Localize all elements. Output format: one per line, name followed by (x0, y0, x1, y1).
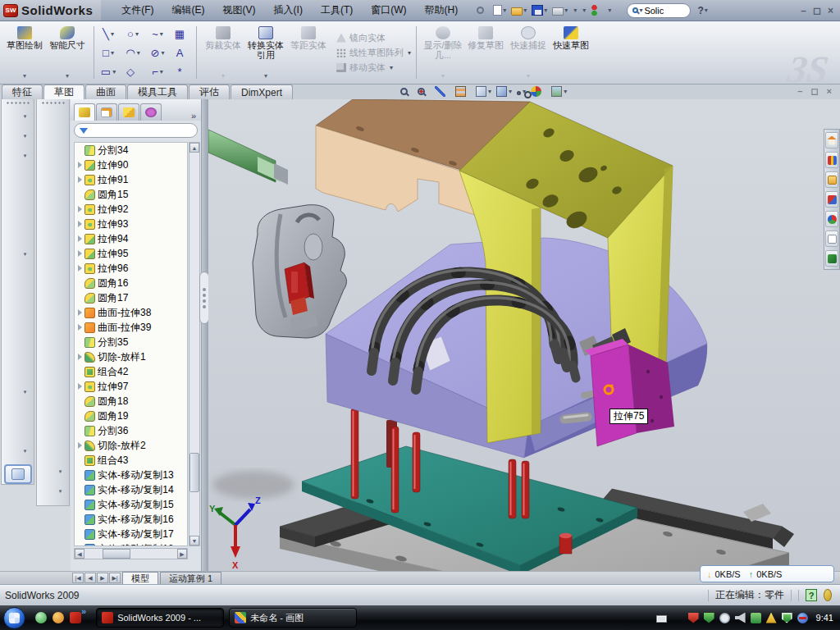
feature-tool-button[interactable]: ▾ (3, 244, 33, 264)
feature-tool-button[interactable]: ▾ (3, 304, 33, 323)
measure-button-pressed[interactable] (4, 464, 32, 484)
offset-entities-button[interactable]: 等距实体 (287, 24, 330, 81)
model-tab[interactable]: 运动算例 1 (160, 572, 221, 584)
feature-tool-button[interactable]: ▾ (3, 126, 33, 146)
dropdown-caret-icon[interactable]: ▾ (488, 88, 491, 95)
toolbar-button[interactable]: ▾ (530, 2, 549, 19)
surface-tool-button[interactable]: ▾ (39, 226, 68, 245)
sketch-tool-button[interactable]: A ▾ (170, 43, 194, 62)
expand-arrow-icon[interactable] (78, 250, 82, 257)
feature-tool-button[interactable]: ▾ (3, 225, 33, 244)
view-tool-button[interactable]: ▾ (418, 88, 430, 95)
scroll-up-arrow[interactable]: ▲ (189, 143, 199, 153)
dropdown-caret-icon[interactable]: ▾ (564, 88, 567, 95)
doc-minimize-button[interactable]: – (797, 87, 802, 96)
doc-close-button[interactable]: × (827, 87, 832, 96)
sketch-tool-button[interactable]: * ▾ (170, 62, 194, 81)
tree-item[interactable]: 实体-移动/复制17 (75, 527, 187, 541)
start-button[interactable] (3, 607, 25, 629)
feature-tool-button[interactable]: ▾ (3, 422, 33, 441)
convert-entities-button[interactable]: 转换实体引用 ▾ (244, 24, 287, 81)
tree-horizontal-scrollbar[interactable]: ◀ ▶ (74, 548, 188, 559)
quick-snaps-button[interactable]: 快速捕捉 ▾ (507, 24, 550, 81)
toolbar-button[interactable]: ▾ (571, 2, 578, 19)
tree-item[interactable]: 分割34 (75, 143, 187, 158)
task-pane-button[interactable] (825, 171, 838, 188)
tray-icon[interactable] (751, 613, 761, 623)
linear-sketch-pattern-button[interactable]: 线性草图阵列 ▾ (336, 47, 411, 59)
expand-arrow-icon[interactable] (78, 324, 82, 331)
dropdown-caret-icon[interactable]: ▾ (161, 49, 164, 57)
feature-tool-button[interactable]: ▾ (3, 284, 33, 304)
tree-item[interactable]: 实体-移动/复制16 (75, 512, 187, 527)
dropdown-caret-icon[interactable]: ▾ (564, 7, 568, 14)
search-box[interactable]: ▾ (627, 3, 691, 18)
surface-tool-button[interactable]: ▾ (39, 245, 68, 265)
dropdown-caret-icon[interactable]: ▾ (24, 389, 27, 395)
surface-tool-button[interactable]: ▾ (39, 127, 68, 147)
sketch-tool-button[interactable]: ⌐ ▾ (145, 62, 170, 81)
dropdown-caret-icon[interactable]: ▾ (59, 488, 62, 495)
sketch-button[interactable]: 草图绘制 ▾ (3, 24, 46, 81)
task-pane-button[interactable] (825, 231, 838, 247)
help-button[interactable]: ? (697, 5, 703, 16)
doc-restore-button[interactable]: ◻ (810, 87, 818, 96)
minimize-button[interactable]: – (801, 6, 806, 16)
surface-tool-button[interactable]: ▾ (39, 186, 68, 206)
tree-vertical-scrollbar[interactable]: ▲ ▼ (189, 142, 200, 546)
toolbar-button[interactable]: ▾ (491, 2, 508, 19)
tab-scroll-first-button[interactable]: |◀ (72, 573, 84, 583)
expand-arrow-icon[interactable] (78, 235, 82, 242)
sketch-tool-button[interactable]: ◇ ▾ (121, 62, 145, 81)
expand-arrow-icon[interactable] (78, 383, 82, 390)
search-input[interactable] (642, 5, 685, 16)
ribbon-tab[interactable]: 评估 (189, 84, 230, 99)
tab-scroll-prev-button[interactable]: ◀ (84, 573, 96, 583)
tree-item[interactable]: 实体-移动/复制13 (75, 468, 187, 482)
tray-icon[interactable] (688, 613, 699, 623)
sketch-tool-button[interactable]: ~ ▾ (145, 25, 170, 43)
dropdown-caret-icon[interactable]: ▾ (523, 7, 527, 14)
feature-tool-button[interactable]: ▾ (3, 382, 33, 402)
tree-item[interactable]: 实体-移动/复制14 (75, 482, 187, 497)
sketch-tool-button[interactable]: ▭ ▾ (96, 62, 121, 81)
menu-item[interactable]: 插入(I) (265, 0, 312, 21)
quick-launch-icon[interactable] (52, 612, 64, 623)
view-tool-button[interactable]: ▾ (400, 88, 413, 95)
view-tool-button[interactable]: ▾ (551, 86, 567, 97)
dropdown-caret-icon[interactable]: ▾ (135, 30, 139, 38)
toolbar-drag-handle[interactable] (6, 101, 30, 104)
feature-tool-button[interactable]: ▾ (3, 343, 33, 363)
scrollbar-thumb[interactable] (103, 549, 130, 559)
tree-item[interactable]: 分割35 (75, 335, 187, 349)
feature-tool-button[interactable]: ▾ (3, 107, 33, 126)
dropdown-caret-icon[interactable]: ▾ (582, 7, 586, 14)
tab-dimxpertmanager[interactable] (140, 103, 162, 121)
tree-item[interactable]: 拉伸93 (75, 217, 187, 231)
tree-item[interactable]: 拉伸92 (75, 202, 187, 217)
tree-item[interactable]: 圆角17 (75, 290, 187, 305)
tab-featuremanager[interactable] (74, 103, 95, 121)
tree-item[interactable]: 组合43 (75, 453, 187, 468)
feature-tool-button[interactable]: ▾ (3, 146, 33, 166)
surface-tool-button[interactable]: ▾ (39, 482, 68, 501)
dropdown-caret-icon[interactable]: ▾ (509, 88, 512, 95)
toolbar-button[interactable]: ▾ (605, 2, 613, 19)
sketch-tool-button[interactable]: □ ▾ (96, 43, 121, 62)
dropdown-caret-icon[interactable]: ▾ (24, 113, 27, 120)
sprue-rod[interactable] (208, 130, 288, 185)
tree-item[interactable]: 圆角15 (75, 187, 187, 202)
surface-tool-button[interactable]: ▾ (39, 462, 68, 482)
tree-item[interactable]: 曲面-拉伸38 (75, 305, 187, 320)
tree-item[interactable]: 圆角18 (75, 394, 187, 409)
sketch-tool-button[interactable]: ▦ ▾ (170, 25, 194, 43)
dropdown-caret-icon[interactable]: ▾ (24, 251, 27, 258)
dropdown-caret-icon[interactable]: ▾ (160, 30, 163, 38)
menu-item[interactable]: 文件(F) (112, 0, 162, 21)
scroll-left-arrow[interactable]: ◀ (75, 549, 84, 559)
ribbon-tab[interactable]: DimXpert (231, 84, 293, 99)
surface-tool-button[interactable]: ▾ (39, 304, 68, 324)
task-pane-button[interactable] (825, 132, 838, 148)
dropdown-caret-icon[interactable]: ▾ (24, 153, 27, 159)
stop-pin[interactable] (559, 533, 572, 554)
